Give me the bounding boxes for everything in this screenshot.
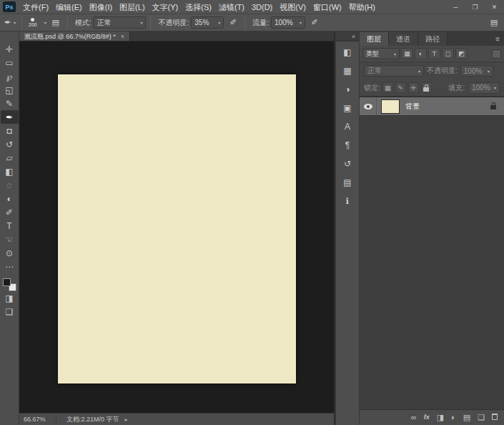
menu-help[interactable]: 帮助(H)	[345, 0, 379, 14]
edit-toolbar-button[interactable]: ⋯	[1, 260, 19, 273]
gradient-icon: ◧	[5, 167, 13, 176]
lock-position-icon[interactable]: ✛	[408, 82, 419, 93]
menu-edit[interactable]: 编辑(E)	[52, 0, 86, 14]
caret-down-icon[interactable]: ▾	[44, 20, 46, 25]
menu-file[interactable]: 文件(F)	[19, 0, 52, 14]
lasso-tool[interactable]: ℘	[1, 69, 19, 83]
dock-character-button[interactable]: A	[339, 118, 356, 135]
blend-mode-select[interactable]: 正常 ▾	[93, 16, 146, 29]
move-tool[interactable]: ✛	[1, 42, 19, 56]
delete-layer-icon[interactable]	[492, 414, 498, 421]
fill-label: 填充:	[448, 83, 465, 93]
document-canvas[interactable]	[58, 74, 296, 384]
dock-paragraph-button[interactable]: ¶	[339, 137, 356, 153]
canvas-area[interactable]	[19, 41, 334, 413]
zoom-tool[interactable]: ⊙	[1, 246, 19, 260]
hand-tool[interactable]: ☜	[1, 233, 19, 246]
opacity-input[interactable]: 35% ▾	[191, 16, 224, 29]
dock-collapse-button[interactable]: «	[336, 31, 359, 41]
brush-size-value: 200	[29, 22, 37, 27]
lock-image-pixels-icon[interactable]: ✎	[395, 82, 406, 93]
filter-type-select[interactable]: 类型 ▾	[362, 48, 400, 59]
menu-filter[interactable]: 滤镜(T)	[215, 0, 248, 14]
layer-blend-mode-select[interactable]: 正常 ▾	[364, 65, 424, 77]
color-swatches	[3, 278, 16, 291]
app-logo: Ps	[3, 1, 16, 12]
swatches-icon: ▦	[343, 66, 351, 76]
new-adjustment-layer-icon[interactable]: ◐	[451, 414, 456, 421]
eyedropper-tool[interactable]: ✎	[1, 97, 19, 110]
fill-input[interactable]: 100% ▾	[468, 82, 500, 94]
panel-toggle-icon: ▤	[490, 18, 498, 27]
history-brush-tool[interactable]: ↺	[1, 137, 19, 151]
gradient-tool[interactable]: ◧	[1, 165, 19, 178]
dock-properties-button[interactable]: ▤	[339, 174, 356, 190]
tab-close-icon[interactable]: ×	[121, 31, 124, 41]
shape-filter-icon[interactable]: ◻	[442, 48, 454, 59]
dodge-tool[interactable]: ◐	[1, 192, 19, 205]
filter-toggle-switch[interactable]	[492, 49, 501, 59]
layer-opacity-input[interactable]: 100% ▾	[460, 65, 493, 77]
toggle-panels-button[interactable]: ▤	[487, 16, 501, 29]
menu-type[interactable]: 文字(Y)	[149, 0, 182, 14]
menu-view[interactable]: 视图(V)	[276, 0, 310, 14]
type-tool[interactable]: T	[1, 219, 19, 233]
lock-all-icon[interactable]	[421, 82, 432, 93]
type-filter-icon[interactable]: T	[428, 48, 440, 59]
new-layer-icon[interactable]: ❏	[478, 414, 485, 421]
adjustment-filter-icon[interactable]: ◐	[415, 48, 427, 59]
tab-channels[interactable]: 通道	[389, 32, 418, 46]
tab-layers[interactable]: 图层	[360, 32, 389, 46]
smart-object-filter-icon[interactable]: ◩	[455, 48, 468, 59]
tab-paths[interactable]: 路径	[418, 32, 448, 46]
layer-thumbnail[interactable]	[381, 99, 400, 114]
layer-row-background[interactable]: 背景	[360, 97, 504, 116]
history-brush-icon: ↺	[6, 140, 13, 149]
menu-image[interactable]: 图像(I)	[86, 0, 116, 14]
maximize-button[interactable]: ❐	[465, 0, 485, 14]
brush-tool[interactable]: ✒	[1, 110, 19, 124]
dock-info-button[interactable]: ℹ	[339, 192, 356, 209]
blur-tool[interactable]: ◌	[1, 178, 19, 192]
dock-color-button[interactable]: ◧	[339, 44, 356, 60]
quick-mask-button[interactable]: ◨	[1, 291, 19, 305]
layer-style-icon[interactable]: fx	[424, 414, 430, 421]
rectangular-marquee-tool[interactable]: ▭	[1, 56, 19, 69]
menu-3d[interactable]: 3D(D)	[248, 0, 276, 14]
pixel-filter-icon[interactable]: ▦	[401, 48, 413, 59]
foreground-color-swatch[interactable]	[3, 278, 11, 286]
minimize-button[interactable]: ─	[446, 0, 465, 14]
tablet-pressure-opacity-button[interactable]: ✐	[226, 16, 240, 29]
zoom-level-field[interactable]: 66.67%	[19, 414, 56, 425]
link-layers-icon[interactable]: ∞	[411, 414, 417, 421]
separator	[21, 16, 22, 29]
toggle-brush-panel-button[interactable]: ▤	[49, 16, 63, 29]
layer-visibility-toggle[interactable]	[360, 97, 377, 115]
document-area: 溅流瓶.psd @ 66.7%(RGB/8#) * × 66.67% 文档:2.…	[19, 31, 334, 425]
tool-options-bar: ✒ ▾ 200 ▾ ▤ 模式: 正常 ▾ 不透明度: 35% ▾ ✐ 流量: 1…	[0, 14, 504, 31]
status-popup-arrow-icon[interactable]: ▸	[125, 416, 128, 423]
document-tab[interactable]: 溅流瓶.psd @ 66.7%(RGB/8#) * ×	[19, 31, 130, 41]
menu-window[interactable]: 窗口(W)	[310, 0, 345, 14]
brush-preset-picker[interactable]: 200	[26, 18, 39, 27]
close-button[interactable]: ✕	[485, 0, 504, 14]
dock-swatches-button[interactable]: ▦	[339, 62, 356, 79]
dock-styles-button[interactable]: ▣	[339, 99, 356, 116]
menu-select[interactable]: 选择(S)	[182, 0, 215, 14]
dock-history-button[interactable]: ↺	[339, 155, 356, 172]
add-layer-mask-icon[interactable]: ◨	[437, 414, 444, 421]
pen-tool[interactable]: ✐	[1, 205, 19, 219]
crop-tool[interactable]: ◱	[1, 83, 19, 97]
fill-value: 100%	[472, 84, 490, 92]
dock-adjustments-button[interactable]: ◑	[339, 81, 356, 97]
tool-preset-picker[interactable]: ✒ ▾	[3, 16, 17, 29]
screen-mode-button[interactable]: ❏	[1, 305, 19, 318]
menu-layer[interactable]: 图层(L)	[116, 0, 148, 14]
new-group-icon[interactable]: ▤	[463, 414, 470, 421]
eraser-tool[interactable]: ▱	[1, 151, 19, 165]
flow-input[interactable]: 100% ▾	[271, 16, 305, 29]
airbrush-toggle-button[interactable]: ✐	[307, 16, 322, 29]
panel-menu-icon[interactable]: ≡	[491, 32, 504, 46]
clone-stamp-tool[interactable]: ◘	[1, 124, 19, 137]
lock-transparent-pixels-icon[interactable]: ▦	[382, 82, 393, 93]
